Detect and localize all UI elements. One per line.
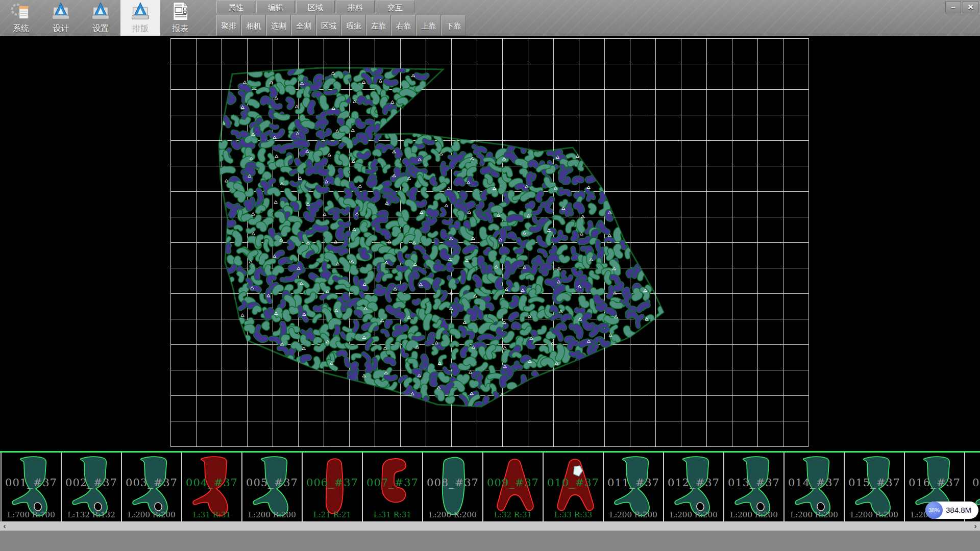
tool-item-5[interactable]: 瑕疵: [341, 15, 366, 36]
menu-item-3[interactable]: 排料: [336, 1, 375, 13]
piece-id-label: 006_#37: [303, 477, 362, 489]
app-tab-settings[interactable]: 设置: [81, 0, 120, 36]
thumbnail-cell[interactable]: 014_#37L:200 R:200: [783, 453, 844, 521]
piece-id-label: 013_#37: [724, 477, 783, 489]
piece-id-label: 011_#37: [604, 477, 663, 489]
piece-lr-label: L:31 R:31: [363, 510, 422, 519]
tool-item-6[interactable]: 左靠: [366, 15, 391, 36]
nesting-canvas[interactable]: [0, 36, 980, 451]
scroll-right-arrow-icon[interactable]: ›: [971, 521, 980, 531]
tool-item-0[interactable]: 聚排: [216, 15, 241, 36]
piece-lr-label: L:200 R:200: [423, 510, 482, 519]
piece-lr-label: L:132 R:132: [62, 510, 121, 519]
tool-item-1[interactable]: 相机: [241, 15, 266, 36]
thumbnail-cell[interactable]: 011_#37L:200 R:200: [603, 453, 663, 521]
tool-bar: 聚排相机选割全割区域瑕疵左靠右靠上靠下靠: [216, 15, 466, 36]
nesting-ruler-icon: [129, 14, 152, 22]
tool-item-4[interactable]: 区域: [316, 15, 341, 36]
piece-id-label: 001_#37: [2, 477, 61, 489]
app-tab-label: 报表: [160, 23, 200, 34]
piece-id-label: 016_#37: [905, 477, 964, 489]
thumbnail-cell[interactable]: 008_#37L:200 R:200: [422, 453, 482, 521]
app-tab-row: 系统 设计: [1, 0, 200, 36]
app-tab-design[interactable]: 设计: [41, 0, 81, 36]
report-doc-icon: [169, 14, 191, 22]
piece-lr-label: L:32 R:31: [483, 510, 543, 519]
design-ruler-icon: [50, 14, 72, 22]
piece-id-label: 014_#37: [785, 477, 844, 489]
memory-usage-badge: 38% 384.8M: [925, 502, 978, 519]
piece-lr-label: L:200 R:200: [604, 510, 663, 519]
piece-lr-label: L:200 R:200: [724, 510, 783, 519]
menu-bar: 属性编辑区域排料交互: [216, 1, 414, 13]
app-tab-label: 设计: [41, 23, 81, 34]
piece-id-label: 003_#37: [122, 477, 181, 489]
memory-percent-indicator: 38%: [925, 502, 943, 519]
app-tab-label: 设置: [81, 23, 120, 34]
system-gear-icon: [10, 14, 32, 22]
piece-id-label: 004_#37: [182, 477, 241, 489]
piece-lr-label: L:700 R:700: [2, 510, 61, 519]
minimize-button[interactable]: –: [945, 2, 961, 13]
thumbnail-cell[interactable]: 006_#37L:21 R:21: [302, 453, 362, 521]
menu-item-0[interactable]: 属性: [216, 1, 255, 13]
menu-item-4[interactable]: 交互: [376, 1, 414, 13]
thumbnail-cell[interactable]: 010_#37L:33 R:33: [543, 453, 603, 521]
piece-id-label: 0: [965, 477, 980, 489]
app-tab-system[interactable]: 系统: [1, 0, 41, 36]
nesting-workspace: [0, 36, 980, 451]
tool-item-7[interactable]: 右靠: [391, 15, 416, 36]
piece-lr-label: L:200 R:200: [785, 510, 844, 519]
piece-id-label: 012_#37: [664, 477, 723, 489]
thumbnail-cell[interactable]: 001_#37L:700 R:700: [1, 453, 61, 521]
tool-item-9[interactable]: 下靠: [442, 15, 466, 36]
thumbnail-cell[interactable]: 012_#37L:200 R:200: [663, 453, 723, 521]
thumbnail-strip: 001_#37L:700 R:700002_#37L:132 R:132003_…: [0, 451, 980, 521]
menu-item-2[interactable]: 区域: [296, 1, 335, 13]
close-button[interactable]: ✕: [963, 2, 978, 13]
piece-id-label: 008_#37: [423, 477, 482, 489]
piece-id-label: 015_#37: [845, 477, 904, 489]
bottom-bar: [0, 531, 980, 551]
piece-id-label: 009_#37: [483, 477, 543, 489]
scroll-left-arrow-icon[interactable]: ‹: [0, 521, 9, 531]
piece-lr-label: L:33 R:33: [544, 510, 603, 519]
piece-id-label: 010_#37: [544, 477, 603, 489]
tool-item-2[interactable]: 选割: [266, 15, 291, 36]
toolbar: 系统 设计: [0, 0, 980, 36]
settings-ruler-icon: [89, 14, 112, 22]
thumbnail-cell[interactable]: 013_#37L:200 R:200: [723, 453, 783, 521]
thumbnail-cell[interactable]: 002_#37L:132 R:132: [61, 453, 121, 521]
piece-id-label: 002_#37: [62, 477, 121, 489]
horizontal-scrollbar[interactable]: ‹ ›: [0, 521, 980, 531]
thumbnail-cell[interactable]: 009_#37L:32 R:31: [482, 453, 543, 521]
piece-lr-label: L:200 R:200: [845, 510, 904, 519]
piece-lr-label: L:200 R:200: [122, 510, 181, 519]
app-tab-label: 系统: [1, 23, 41, 34]
thumbnail-cell[interactable]: 015_#37L:200 R:200: [844, 453, 904, 521]
app-tab-nesting[interactable]: 排版: [120, 0, 160, 36]
menu-item-1[interactable]: 编辑: [256, 1, 295, 13]
tool-item-3[interactable]: 全割: [291, 15, 316, 36]
piece-lr-label: L:21 R:21: [303, 510, 362, 519]
thumbnail-cell[interactable]: 007_#37L:31 R:31: [362, 453, 422, 521]
piece-lr-label: L:200 R:200: [242, 510, 302, 519]
thumbnail-cell[interactable]: 005_#37L:200 R:200: [241, 453, 302, 521]
thumbnail-cell[interactable]: 004_#37L:31 R:31: [181, 453, 241, 521]
tool-item-8[interactable]: 上靠: [416, 15, 441, 36]
app-tab-label: 排版: [120, 23, 160, 34]
app-tab-report[interactable]: 报表: [160, 0, 200, 36]
memory-amount-label: 384.8M: [946, 502, 971, 519]
piece-lr-label: L:200 R:200: [664, 510, 723, 519]
thumbnail-cell[interactable]: 003_#37L:200 R:200: [121, 453, 181, 521]
piece-id-label: 005_#37: [242, 477, 302, 489]
piece-lr-label: L:31 R:31: [182, 510, 241, 519]
piece-id-label: 007_#37: [363, 477, 422, 489]
app-window: 系统 设计: [0, 0, 980, 551]
